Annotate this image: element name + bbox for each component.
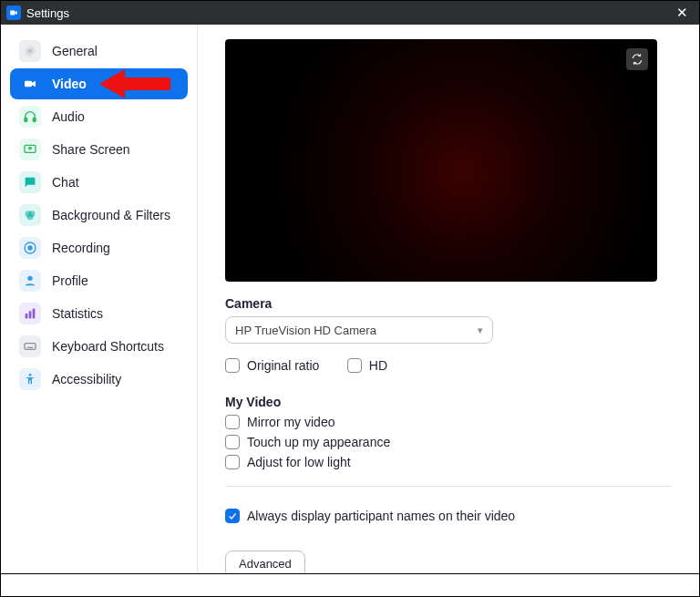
content-pane: Camera HP TrueVision HD Camera ▾ Origina… <box>198 25 699 573</box>
option-label: Always display participant names on thei… <box>247 509 515 523</box>
close-button[interactable]: ✕ <box>670 5 694 21</box>
checkbox[interactable] <box>225 358 240 373</box>
chevron-down-icon: ▾ <box>478 324 483 336</box>
sidebar: General Video Audio <box>1 25 198 573</box>
camera-section-title: Camera <box>225 296 672 311</box>
sidebar-item-label: Audio <box>52 109 85 124</box>
sidebar-item-label: Profile <box>52 273 88 288</box>
checkbox[interactable] <box>347 358 362 373</box>
hd-option[interactable]: HD <box>347 358 387 373</box>
sidebar-item-label: Share Screen <box>52 142 130 157</box>
sidebar-item-label: Video <box>52 77 87 91</box>
checkbox[interactable] <box>225 435 240 449</box>
record-icon <box>19 237 41 259</box>
option-label: Touch up my appearance <box>247 435 390 449</box>
video-preview <box>225 39 657 282</box>
camera-select[interactable]: HP TrueVision HD Camera ▾ <box>225 316 493 344</box>
option-label: Original ratio <box>247 358 319 373</box>
svg-point-16 <box>29 374 32 376</box>
option-label: HD <box>369 358 387 373</box>
display-names-option[interactable]: Always display participant names on thei… <box>225 509 672 523</box>
svg-rect-12 <box>26 314 28 318</box>
svg-rect-3 <box>25 118 27 121</box>
sidebar-item-keyboard-shortcuts[interactable]: Keyboard Shortcuts <box>10 331 188 362</box>
divider <box>225 486 672 487</box>
touch-up-option[interactable]: Touch up my appearance <box>225 435 672 449</box>
pointer-arrow <box>99 66 172 105</box>
settings-window: Settings ✕ General Video <box>0 0 700 574</box>
option-label: Adjust for low light <box>247 455 351 469</box>
accessibility-icon <box>19 368 41 390</box>
sidebar-item-label: Background & Filters <box>52 208 170 222</box>
mirror-video-option[interactable]: Mirror my video <box>225 415 672 429</box>
sidebar-item-label: Keyboard Shortcuts <box>52 339 164 354</box>
sidebar-item-video[interactable]: Video <box>10 68 188 99</box>
headphones-icon <box>19 106 41 128</box>
sidebar-item-general[interactable]: General <box>10 36 188 67</box>
low-light-option[interactable]: Adjust for low light <box>225 455 672 469</box>
sidebar-item-label: General <box>52 44 98 58</box>
svg-point-8 <box>27 214 34 221</box>
original-ratio-option[interactable]: Original ratio <box>225 358 319 373</box>
option-label: Mirror my video <box>247 415 335 429</box>
profile-icon <box>19 270 41 292</box>
chat-icon <box>19 171 41 193</box>
sidebar-item-label: Recording <box>52 241 110 255</box>
filters-icon <box>19 204 41 226</box>
statistics-icon <box>19 303 41 324</box>
rotate-camera-button[interactable] <box>626 48 648 70</box>
window-title: Settings <box>26 6 670 20</box>
svg-marker-2 <box>99 69 170 98</box>
advanced-button[interactable]: Advanced <box>225 551 305 573</box>
sidebar-item-accessibility[interactable]: Accessibility <box>10 364 188 395</box>
sidebar-item-share-screen[interactable]: Share Screen <box>10 134 188 165</box>
svg-rect-4 <box>33 118 36 121</box>
sidebar-item-label: Chat <box>52 175 79 190</box>
sidebar-item-statistics[interactable]: Statistics <box>10 298 188 329</box>
svg-rect-15 <box>25 344 36 350</box>
sidebar-item-audio[interactable]: Audio <box>10 101 188 132</box>
outer-border-band <box>0 574 700 597</box>
my-video-section-title: My Video <box>225 395 672 409</box>
svg-point-10 <box>27 245 32 250</box>
svg-rect-14 <box>33 309 36 319</box>
svg-point-11 <box>27 276 32 281</box>
checkbox[interactable] <box>225 455 240 469</box>
gear-icon <box>19 40 41 62</box>
sidebar-item-profile[interactable]: Profile <box>10 265 188 296</box>
sidebar-item-label: Accessibility <box>52 372 121 386</box>
checkbox[interactable] <box>225 509 240 523</box>
svg-rect-1 <box>25 81 32 87</box>
titlebar: Settings ✕ <box>1 1 699 25</box>
sidebar-item-chat[interactable]: Chat <box>10 167 188 198</box>
checkbox[interactable] <box>225 415 240 429</box>
app-icon <box>6 5 21 20</box>
sidebar-item-background-filters[interactable]: Background & Filters <box>10 200 188 231</box>
keyboard-icon <box>19 335 41 357</box>
share-screen-icon <box>19 139 41 160</box>
camera-selected-value: HP TrueVision HD Camera <box>235 324 376 337</box>
sidebar-item-label: Statistics <box>52 306 103 321</box>
svg-rect-13 <box>29 311 32 318</box>
sidebar-item-recording[interactable]: Recording <box>10 232 188 263</box>
video-icon <box>19 73 41 95</box>
